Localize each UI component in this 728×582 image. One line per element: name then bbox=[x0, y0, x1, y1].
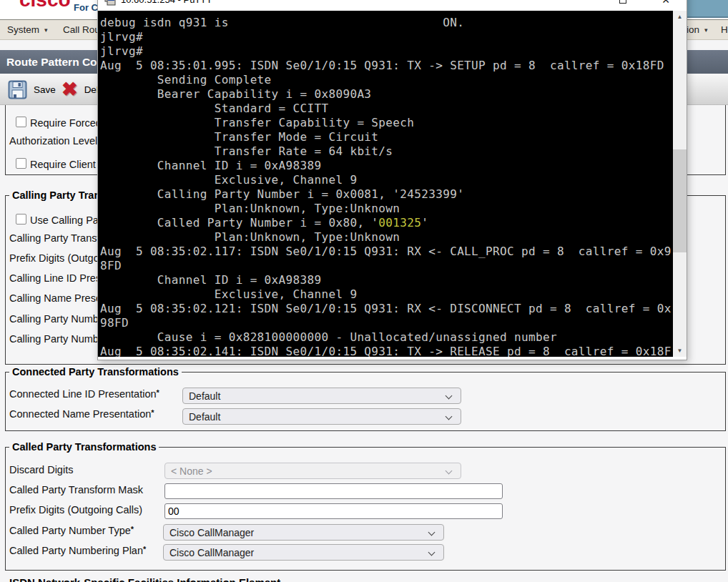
save-button[interactable]: Save bbox=[8, 77, 56, 102]
terminal-scrollbar[interactable]: ▲ ▼ bbox=[673, 11, 687, 357]
connected-line-id-presentation-select[interactable]: Default bbox=[182, 388, 461, 404]
terminal-line: Exclusive, Channel 9 bbox=[100, 173, 687, 187]
chevron-down-icon bbox=[446, 468, 453, 475]
called-party-number-type-label: Called Party Number Type* bbox=[9, 525, 134, 536]
terminal-line: jlrvg# bbox=[100, 44, 687, 59]
terminal-line: 98FD bbox=[100, 316, 687, 330]
menu-help[interactable]: Help▾ bbox=[721, 24, 728, 35]
maximize-icon bbox=[619, 0, 626, 4]
prefix-digits-outgoing-calls-label: Prefix Digits (Outgoing Calls) bbox=[9, 504, 142, 516]
discard-digits-label: Discard Digits bbox=[9, 464, 73, 475]
called-party-numbering-plan-select[interactable]: Cisco CallManager bbox=[163, 544, 444, 561]
terminal-line: Aug 5 08:35:02.117: ISDN Se0/1/0:15 Q931… bbox=[100, 245, 687, 259]
called-party-numbering-plan-label: Called Party Numbering Plan* bbox=[9, 545, 146, 556]
terminal-line: Exclusive, Channel 9 bbox=[100, 287, 687, 302]
terminal-line: jlrvg# bbox=[100, 30, 687, 44]
scrollbar-up-icon[interactable]: ▲ bbox=[673, 11, 687, 23]
screen: cisco For Cisco Unified Communications S… bbox=[0, 0, 728, 582]
called-party-transform-mask-label: Called Party Transform Mask bbox=[9, 484, 143, 495]
connected-name-presentation-select[interactable]: Default bbox=[182, 408, 461, 425]
use-calling-party-mask-checkbox[interactable] bbox=[16, 214, 26, 225]
terminal-line: Plan:Unknown, Type:Unknown bbox=[100, 202, 687, 216]
terminal-line: Transfer Capability = Speech bbox=[100, 116, 687, 130]
terminal-line: Called Party Number i = 0x80, '001325' bbox=[100, 216, 687, 230]
terminal-line: Transfer Mode = Circuit bbox=[100, 130, 687, 144]
terminal-line: Bearer Capability i = 0x8090A3 bbox=[100, 87, 687, 102]
save-floppy-icon bbox=[8, 80, 27, 99]
terminal-line: Channel ID i = 0xA98389 bbox=[100, 273, 687, 287]
terminal-line: Aug 5 08:35:01.995: ISDN Se0/1/0:15 Q931… bbox=[100, 59, 687, 73]
delete-x-icon: ✖ bbox=[62, 80, 78, 99]
close-button[interactable]: ✕ bbox=[649, 0, 682, 11]
chevron-down-icon: ▾ bbox=[44, 26, 48, 34]
terminal-line: Aug 5 08:35:02.121: ISDN Se0/1/0:15 Q931… bbox=[100, 302, 687, 316]
terminal-output[interactable]: debug isdn q931 is ON.jlrvg#jlrvg#Aug 5 … bbox=[98, 11, 687, 357]
menu-system[interactable]: System▾ bbox=[7, 24, 48, 35]
terminal-line: Cause i = 0x828100000000 - Unallocated/u… bbox=[100, 330, 687, 345]
close-icon: ✕ bbox=[661, 0, 670, 6]
terminal-line: Sending Complete bbox=[100, 73, 687, 87]
terminal-line: debug isdn q931 is ON. bbox=[100, 16, 687, 30]
chevron-down-icon bbox=[446, 393, 453, 400]
maximize-button[interactable] bbox=[606, 0, 639, 11]
authorization-level-label: Authorization Level bbox=[9, 135, 97, 147]
connected-party-transformations-legend: Connected Party Transformations bbox=[9, 366, 182, 378]
putty-window: 10.60.51.254 - PuTTY ✕ debug isdn q931 i… bbox=[97, 0, 687, 360]
terminal-line: Channel ID i = 0xA98389 bbox=[100, 159, 687, 173]
putty-app-icon bbox=[104, 0, 116, 6]
discard-digits-select[interactable]: < None > bbox=[164, 463, 461, 479]
require-forced-authorization-checkbox[interactable] bbox=[16, 117, 26, 127]
called-party-number-type-select[interactable]: Cisco CallManager bbox=[163, 524, 444, 541]
putty-window-title: 10.60.51.254 - PuTTY bbox=[121, 0, 212, 5]
terminal-line: Aug 5 08:35:02.141: ISDN Se0/1/0:15 Q931… bbox=[100, 345, 687, 357]
putty-titlebar[interactable]: 10.60.51.254 - PuTTY ✕ bbox=[98, 0, 687, 11]
require-client-matter-checkbox[interactable] bbox=[16, 158, 26, 169]
chevron-down-icon bbox=[428, 529, 436, 536]
isdn-nsf-section-title: ISDN Network-Specific Facilities Informa… bbox=[9, 576, 280, 582]
connected-line-id-presentation-label: Connected Line ID Presentation* bbox=[9, 388, 159, 400]
chevron-down-icon bbox=[446, 413, 453, 420]
terminal-line: Calling Party Number i = 0x0081, '245233… bbox=[100, 187, 687, 202]
terminal-line: 8FD bbox=[100, 259, 687, 273]
terminal-line: Transfer Rate = 64 kbit/s bbox=[100, 144, 687, 159]
scrollbar-thumb[interactable] bbox=[673, 149, 687, 252]
called-party-transform-mask-input[interactable] bbox=[164, 483, 503, 499]
called-party-transformations-legend: Called Party Transformations bbox=[9, 441, 159, 453]
terminal-line: Standard = CCITT bbox=[100, 102, 687, 116]
scrollbar-down-icon[interactable]: ▼ bbox=[673, 345, 687, 357]
chevron-down-icon: ▾ bbox=[704, 26, 708, 34]
prefix-digits-outgoing-calls-input[interactable] bbox=[164, 503, 503, 519]
connected-name-presentation-label: Connected Name Presentation* bbox=[9, 408, 154, 420]
cisco-logo: cisco bbox=[19, 0, 71, 10]
terminal-line: Plan:Unknown, Type:Unknown bbox=[100, 230, 687, 245]
chevron-down-icon bbox=[428, 549, 436, 556]
